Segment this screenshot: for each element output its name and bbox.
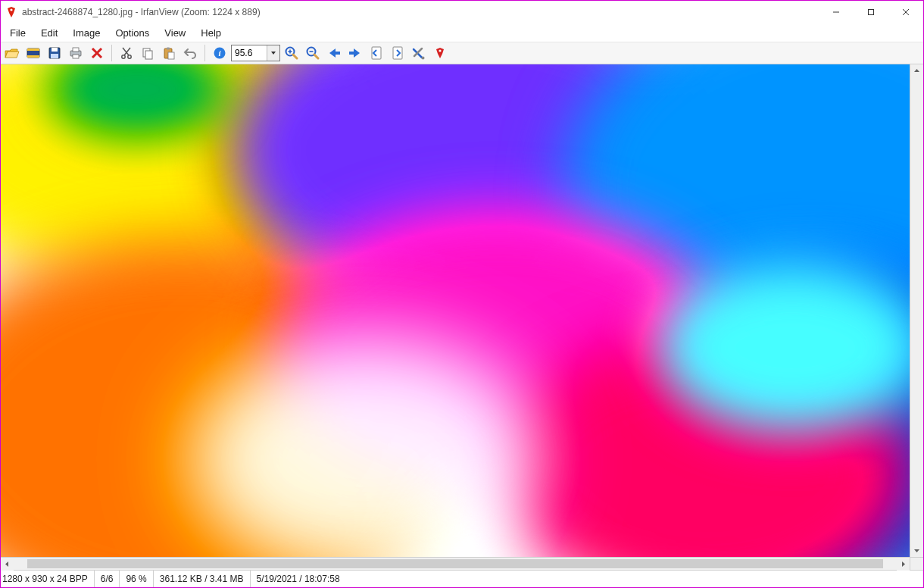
svg-line-33 bbox=[314, 55, 318, 58]
status-page: 6/6 bbox=[95, 571, 120, 587]
cut-button[interactable] bbox=[117, 44, 136, 62]
zoom-dropdown-button[interactable] bbox=[267, 45, 279, 61]
status-filesize: 361.12 KB / 3.41 MB bbox=[154, 571, 251, 587]
window-controls bbox=[819, 1, 923, 23]
toolbar: i bbox=[1, 42, 923, 64]
image-canvas[interactable] bbox=[1, 64, 910, 557]
window-title: abstract-2468874_1280.jpg - IrfanView (Z… bbox=[22, 7, 261, 17]
svg-point-42 bbox=[439, 49, 441, 52]
maximize-button[interactable] bbox=[854, 1, 888, 23]
delete-button[interactable] bbox=[87, 44, 107, 62]
menu-help[interactable]: Help bbox=[195, 26, 227, 40]
print-button[interactable] bbox=[66, 44, 86, 62]
previous-image-button[interactable] bbox=[324, 44, 344, 62]
close-button[interactable] bbox=[888, 1, 923, 23]
zoom-in-button[interactable] bbox=[282, 44, 301, 62]
minimize-button[interactable] bbox=[819, 1, 854, 23]
menu-file[interactable]: File bbox=[4, 26, 32, 40]
vertical-scroll-track[interactable] bbox=[910, 77, 923, 544]
svg-rect-21 bbox=[145, 51, 152, 59]
svg-rect-36 bbox=[349, 52, 354, 55]
status-dimensions: 1280 x 930 x 24 BPP bbox=[2, 571, 95, 587]
settings-button[interactable] bbox=[409, 44, 429, 62]
next-page-button[interactable] bbox=[388, 44, 407, 62]
horizontal-scroll-track[interactable] bbox=[14, 558, 897, 570]
copy-button[interactable] bbox=[138, 44, 158, 62]
svg-rect-35 bbox=[335, 52, 340, 55]
image-viewport bbox=[1, 64, 923, 557]
menu-options[interactable]: Options bbox=[110, 26, 156, 40]
svg-rect-9 bbox=[52, 48, 58, 52]
svg-point-0 bbox=[10, 8, 12, 11]
menu-image[interactable]: Image bbox=[67, 26, 106, 40]
info-button[interactable]: i bbox=[210, 44, 229, 62]
title-bar[interactable]: abstract-2468874_1280.jpg - IrfanView (Z… bbox=[1, 1, 923, 23]
app-window: abstract-2468874_1280.jpg - IrfanView (Z… bbox=[0, 0, 924, 588]
vertical-scrollbar[interactable] bbox=[910, 64, 923, 557]
svg-rect-25 bbox=[168, 52, 174, 59]
svg-rect-2 bbox=[869, 10, 874, 15]
undo-button[interactable] bbox=[180, 44, 200, 62]
scroll-down-button[interactable] bbox=[910, 544, 923, 557]
svg-rect-6 bbox=[27, 48, 39, 51]
status-zoom: 96 % bbox=[120, 571, 153, 587]
slideshow-button[interactable] bbox=[23, 44, 43, 62]
save-button[interactable] bbox=[45, 44, 64, 62]
menu-view[interactable]: View bbox=[158, 26, 192, 40]
svg-point-17 bbox=[128, 55, 131, 58]
svg-rect-7 bbox=[27, 55, 39, 58]
svg-point-41 bbox=[422, 57, 425, 60]
horizontal-scroll-thumb[interactable] bbox=[27, 559, 883, 568]
status-bar: 1280 x 930 x 24 BPP 6/6 96 % 361.12 KB /… bbox=[1, 570, 923, 587]
app-icon bbox=[5, 6, 17, 18]
separator bbox=[111, 45, 112, 61]
open-button[interactable] bbox=[2, 44, 22, 62]
scroll-up-button[interactable] bbox=[910, 64, 923, 77]
svg-line-29 bbox=[293, 55, 297, 58]
zoom-input[interactable] bbox=[232, 48, 267, 58]
irfanview-logo-button[interactable] bbox=[430, 44, 450, 62]
zoom-out-button[interactable] bbox=[303, 44, 323, 62]
scroll-right-button[interactable] bbox=[897, 558, 910, 571]
svg-rect-13 bbox=[73, 55, 79, 58]
menu-edit[interactable]: Edit bbox=[35, 26, 64, 40]
scrollbar-corner bbox=[910, 557, 923, 571]
svg-rect-24 bbox=[167, 48, 170, 50]
displayed-image bbox=[1, 64, 910, 557]
paste-button[interactable] bbox=[159, 44, 179, 62]
separator bbox=[204, 45, 205, 61]
zoom-combobox[interactable] bbox=[231, 45, 280, 61]
next-image-button[interactable] bbox=[345, 44, 365, 62]
svg-rect-10 bbox=[51, 54, 58, 58]
svg-rect-12 bbox=[73, 48, 79, 52]
svg-point-16 bbox=[122, 55, 125, 58]
status-datetime: 5/19/2021 / 18:07:58 bbox=[251, 571, 346, 587]
scroll-left-button[interactable] bbox=[1, 558, 14, 571]
horizontal-scrollbar[interactable] bbox=[1, 557, 910, 570]
menu-bar: File Edit Image Options View Help bbox=[1, 23, 923, 42]
previous-page-button[interactable] bbox=[367, 44, 386, 62]
